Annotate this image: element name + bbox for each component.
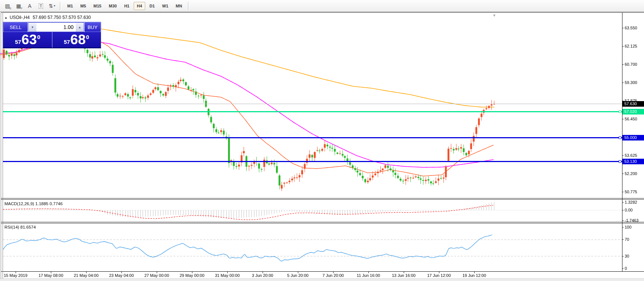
horizontal-line-55.000-handle[interactable] [619,136,621,139]
ohlc-values: 57.690 57.750 57.570 57.630 [33,15,91,20]
timeframe-h1[interactable]: H1 [121,2,132,10]
date-tick-label: 13 Jun 16:00 [392,273,416,278]
date-tick-label: 7 Jun 20:00 [322,273,344,278]
window-bottom-strip [0,278,644,281]
date-tick-label: 29 May 00:00 [180,273,205,278]
horizontal-line-57.020-handle[interactable] [619,110,621,113]
sell-price-big: 63 [22,32,37,47]
channels-draw-tool-icon[interactable]: ▨E [2,1,13,10]
bid-price-line-tag: 57.630 [622,101,644,107]
rsi-tick-label: 0 [625,266,627,271]
horizontal-line-57.020-tag: 57.020 [622,109,644,114]
price-tick-label: 59.300 [625,80,637,85]
sell-price[interactable]: 57 63 0 [3,32,52,48]
macd-tick-mark [622,210,624,210]
macd-tick-mark [622,202,624,203]
buy-button[interactable]: BUY [84,22,101,32]
timeframe-m5[interactable]: M5 [77,2,89,10]
macd-tick-label: 0.00 [625,208,632,212]
sell-button[interactable]: SELL [3,22,28,32]
drawing-tools-group: ▨E▦FAT⇅▾ [0,1,58,10]
sell-price-small: 57 [15,39,21,45]
dropdown-arrow-icon: ▾ [54,4,55,7]
toolbar-separator [60,2,61,10]
price-tick-mark [622,28,624,28]
price-tick-mark [622,155,624,156]
price-tick-label: 52.200 [625,171,637,176]
pane-splitter-macd[interactable] [1,199,644,200]
arrows-tool-icon[interactable]: ⇅▾ [47,1,57,10]
mt4-terminal: ▨E▦FAT⇅▾ M1M5M15M30H1H4D1W1MN ▲USOil-,H4… [0,0,644,281]
fibonacci-tool-icon[interactable]: ▦F [13,1,24,10]
buy-price-sup: 0 [86,34,89,40]
macd-tick-label: 1.3282 [625,200,637,204]
volume-group: ▼ ▲ [28,22,84,32]
rsi-tick-label: 70 [625,237,629,242]
date-tick-label: 19 Jun 12:00 [462,273,486,278]
sell-price-sup: 0 [37,34,40,40]
window-frame-line [1,12,1,279]
timeframe-m1[interactable]: M1 [64,2,76,10]
buy-price-small: 57 [64,39,70,45]
rsi-tick-mark [622,239,624,240]
toolbar: ▨E▦FAT⇅▾ M1M5M15M30H1H4D1W1MN [0,0,644,12]
date-tick-label: 17 May 08:00 [39,273,64,278]
date-tick-label: 17 Jun 12:00 [427,273,451,278]
rsi-tick-label: 30 [625,254,629,258]
macd-label: MACD(12,26,9) 1.1885 0.7746 [4,201,63,206]
price-tick-mark [622,64,624,65]
date-tick-label: 31 May 00:00 [215,273,240,278]
volume-increase-button[interactable]: ▲ [76,23,84,32]
text-label-tool-icon[interactable]: T [36,1,46,10]
chart-shift-marker-icon[interactable]: ▼ [492,13,496,17]
timeframe-mn[interactable]: MN [173,2,185,10]
volume-input[interactable] [36,23,76,32]
timeframe-group: M1M5M15M30H1H4D1W1MN [64,2,186,10]
channels-draw-tool-glyph: ▨ [5,3,10,9]
date-tick-label: 3 Jun 20:00 [252,273,273,278]
horizontal-line-55.000-tag: 55.000 [622,135,644,140]
timeframe-m15[interactable]: M15 [91,2,104,10]
chart-title: ▲USOil-,H457.690 57.750 57.570 57.630 [4,15,91,20]
price-tick-mark [622,46,624,46]
price-tick-label: 60.700 [625,62,637,67]
pane-splitter-macd[interactable] [1,198,644,198]
horizontal-line-53.130-tag: 53.130 [622,159,644,164]
price-tick-label: 53.625 [625,153,637,158]
text-tool-glyph: A [28,3,31,9]
arrows-tool-glyph: ⇅ [49,3,53,9]
time-axis-line [1,271,644,272]
price-tick-mark [622,192,624,192]
buy-price-big: 68 [70,32,85,47]
horizontal-line-53.130[interactable] [3,161,622,162]
price-tick-mark [622,119,624,119]
timeframe-m30[interactable]: M30 [106,2,120,10]
symbol-label: USOil-,H4 [10,15,30,20]
volume-decrease-button[interactable]: ▼ [29,23,36,32]
timeframe-d1[interactable]: D1 [147,2,158,10]
timeframe-h4[interactable]: H4 [134,2,145,10]
horizontal-line-55.000[interactable] [3,137,622,138]
timeframe-w1[interactable]: W1 [159,2,172,10]
toolbar-separator [188,2,189,10]
date-tick-label: 11 Jun 16:00 [357,273,380,278]
date-tick-label: 15 May 2019 [4,273,27,278]
rsi-label: RSI(14) 81.6574 [4,225,36,229]
date-tick-label: 23 May 04:00 [109,273,134,278]
text-tool-icon[interactable]: A [25,1,35,10]
window-frame-line [3,12,3,279]
price-tick-mark [622,174,624,174]
price-tick-label: 62.125 [625,44,637,48]
horizontal-line-53.130-handle[interactable] [619,160,621,163]
window-top-border [1,12,644,13]
date-tick-label: 21 May 04:00 [74,273,99,278]
fibonacci-tool-glyph: ▦ [16,3,21,9]
bid-price-line[interactable] [3,104,622,104]
pane-splitter-rsi[interactable] [1,222,644,222]
panel-collapse-icon[interactable]: ▲ [4,16,7,19]
text-label-tool-glyph: T [39,3,43,9]
horizontal-line-57.020[interactable] [3,111,622,112]
rsi-tick-mark [622,256,624,256]
buy-price[interactable]: 57 68 0 [52,32,101,48]
pane-splitter-rsi[interactable] [1,223,644,223]
